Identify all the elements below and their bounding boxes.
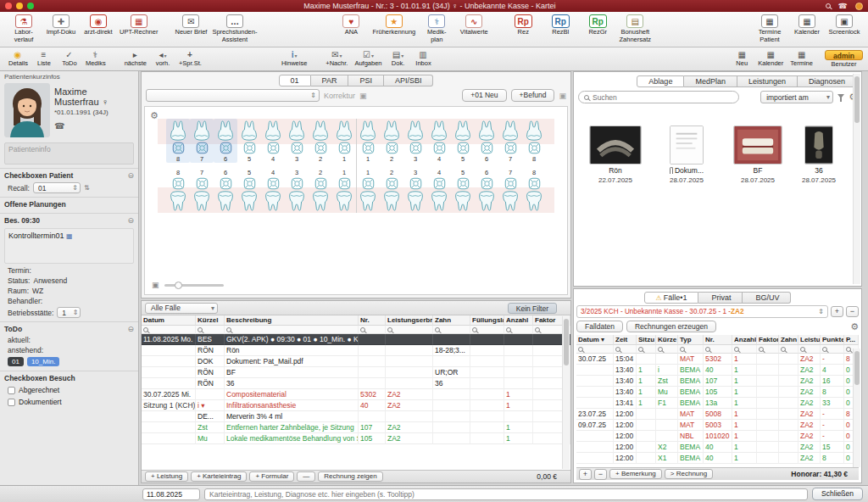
toolbar-button[interactable]: ◉ arzt-direkt xyxy=(80,14,117,37)
ablage-tab[interactable]: MedPlan xyxy=(684,75,737,87)
column-filter[interactable] xyxy=(196,326,225,334)
add-bemerkung-button[interactable]: + Bemerkung xyxy=(609,469,662,479)
toolbar-button[interactable]: ▦ UPT-Rechner xyxy=(117,14,160,37)
column-filter[interactable] xyxy=(614,345,637,354)
tooth[interactable]: 5 xyxy=(237,169,261,213)
column-filter[interactable] xyxy=(757,345,779,354)
minimize-window-button[interactable] xyxy=(16,3,23,9)
column-filter[interactable] xyxy=(576,345,614,354)
toolbar-button[interactable]: ▣ Screenlock xyxy=(826,14,863,37)
toolbar-button[interactable]: ☑ ▾ Aufgaben xyxy=(351,50,385,67)
befund-select[interactable]: ⇕ xyxy=(146,89,320,102)
section-checkboxen-patient[interactable]: Checkboxen Patient ⊖ xyxy=(0,168,138,181)
column-header[interactable]: Punkte xyxy=(821,335,844,345)
leistung-row[interactable]: 09.07.25 12:00 MAT 5003 1 ZA2 - 0 xyxy=(576,420,859,431)
scrollbar[interactable] xyxy=(853,349,860,467)
leistung-row[interactable]: 23.07.25 12:00 MAT 5008 1 ZA2 - 8 xyxy=(576,409,859,420)
leistung-row[interactable]: 13:40 1 Mu BEMA 105 1 ZA2 8 0 xyxy=(576,387,859,398)
column-header[interactable]: Zahn xyxy=(779,335,798,345)
tooth[interactable]: 5 xyxy=(451,169,475,213)
column-filter[interactable] xyxy=(142,326,196,334)
tooth[interactable]: 2 xyxy=(309,119,332,163)
column-filter[interactable] xyxy=(359,326,386,334)
column-header[interactable]: Sitzu xyxy=(637,335,656,345)
kartei-row[interactable]: Zst Entfernen harter Zahnbeläge, je Sitz… xyxy=(142,422,570,433)
tooth[interactable]: 7 xyxy=(498,119,522,163)
tooth[interactable]: 3 xyxy=(285,119,309,163)
tooth[interactable]: 8 xyxy=(166,119,190,163)
column-header[interactable]: Kürze xyxy=(656,335,678,345)
column-filter[interactable] xyxy=(386,326,433,334)
add-formular-button[interactable]: + Formular xyxy=(249,471,294,482)
section-besuch[interactable]: Bes. 09:30 ⊖ xyxy=(0,213,138,226)
case-select[interactable]: 3/2025 KCH - Unbekannte Kasse - 30.07.25… xyxy=(576,305,828,318)
column-header[interactable]: Datum xyxy=(142,315,196,326)
section-offene-planungen[interactable]: Offene Planungen xyxy=(0,197,138,210)
toolbar-button[interactable]: ▦ Termine Patient xyxy=(751,14,788,44)
lock-icon[interactable]: ▣ xyxy=(559,92,566,100)
toolbar-button[interactable]: ▥ Inbox xyxy=(411,50,437,67)
befund-button[interactable]: +Befund xyxy=(511,89,555,102)
ablage-item[interactable]: Dokum... 28.07.2025 xyxy=(659,126,714,184)
column-filter[interactable] xyxy=(656,345,678,354)
appointment-box[interactable]: Kontrolltermin01 ▦ xyxy=(4,228,134,264)
tooth[interactable]: 6 xyxy=(475,119,498,163)
gear-icon[interactable]: ⚙ xyxy=(850,321,859,332)
tooth[interactable]: 1 xyxy=(356,119,380,163)
tooth[interactable]: 2 xyxy=(380,119,403,163)
tooth[interactable]: 6 xyxy=(214,169,237,213)
leistung-row[interactable]: 12:00 X1 BEMA 40 1 ZA2 8 0 xyxy=(576,453,859,464)
column-header[interactable]: Leistu xyxy=(798,335,821,345)
scrollbar[interactable] xyxy=(562,316,570,469)
filter-icon[interactable] xyxy=(837,94,844,98)
scrollbar-thumb[interactable] xyxy=(854,76,860,123)
column-filter[interactable] xyxy=(637,345,656,354)
column-header[interactable]: Datum ▾ xyxy=(576,335,614,345)
section-todo[interactable]: ToDo ⊖ xyxy=(0,321,138,335)
ablage-search-field[interactable] xyxy=(578,91,739,103)
toolbar-button[interactable]: ▤ ▾ Dok. xyxy=(386,50,411,67)
kartei-row[interactable]: DOK Dokument: Pat_Mail.pdf xyxy=(142,356,570,367)
faelle-tab[interactable]: Privat xyxy=(698,292,743,304)
tooth[interactable]: 1 xyxy=(332,119,356,163)
tooth[interactable]: 5 xyxy=(237,119,261,163)
phone-icon[interactable]: ☎ xyxy=(54,121,108,131)
column-header[interactable]: Nr. xyxy=(704,335,732,345)
scrollbar-thumb[interactable] xyxy=(564,319,569,365)
tooth[interactable]: 1 xyxy=(332,169,356,213)
column-header[interactable]: Zeit xyxy=(614,335,637,345)
toolbar-button[interactable]: ▦ Neu xyxy=(729,50,754,67)
tooth-chart[interactable]: ⚙ 8 xyxy=(144,106,568,295)
column-filter[interactable] xyxy=(821,345,844,354)
collapse-icon[interactable]: ⊖ xyxy=(127,217,134,225)
patient-card[interactable]: Maxime Musterfrau ♀ *01.01.1991 (34J) ☎ xyxy=(0,81,138,139)
chart-tab[interactable]: PAR xyxy=(311,75,349,86)
tooth[interactable]: 7 xyxy=(498,169,522,213)
toolbar-button[interactable]: ✓ ToDo xyxy=(57,50,82,67)
column-header[interactable]: Faktor xyxy=(757,335,779,345)
tooth[interactable]: 2 xyxy=(309,169,332,213)
ablage-item[interactable]: 36 28.07.2025 xyxy=(802,126,836,184)
zoom-slider-knob[interactable] xyxy=(175,282,182,289)
column-filter[interactable] xyxy=(225,326,359,334)
remove-case-button[interactable]: − xyxy=(846,306,859,317)
zoom-slider[interactable] xyxy=(164,284,224,287)
search-input[interactable] xyxy=(593,93,733,102)
column-filter[interactable] xyxy=(504,326,533,334)
column-header[interactable]: Nr. xyxy=(359,315,386,326)
checkbox-icon[interactable] xyxy=(8,387,15,394)
toolbar-button[interactable]: ⚕ Medik- plan xyxy=(418,14,455,44)
column-header[interactable]: Füllungsla xyxy=(470,315,504,326)
tooth[interactable]: 8 xyxy=(166,169,190,213)
leistung-row[interactable]: 13:40 1 Zst BEMA 107 1 ZA2 16 0 xyxy=(576,376,859,387)
betriebsstaette-stepper[interactable]: 1 ⇕ xyxy=(57,307,81,318)
tooth[interactable]: 3 xyxy=(403,119,427,163)
toolbar-button[interactable]: Rp RezGr xyxy=(579,14,616,37)
todo-badge-primary[interactable]: 01 xyxy=(8,357,24,366)
search-icon[interactable] xyxy=(826,3,831,8)
add-leistung-button[interactable]: + Leistung xyxy=(145,471,188,482)
ablage-item[interactable]: BF 28.07.2025 xyxy=(731,126,785,184)
remove-entry-button[interactable]: — xyxy=(297,471,315,482)
import-date-select[interactable]: importiert am ▾ xyxy=(760,91,833,103)
rechnungen-erzeugen-button[interactable]: Rechnungen erzeugen xyxy=(626,321,716,332)
